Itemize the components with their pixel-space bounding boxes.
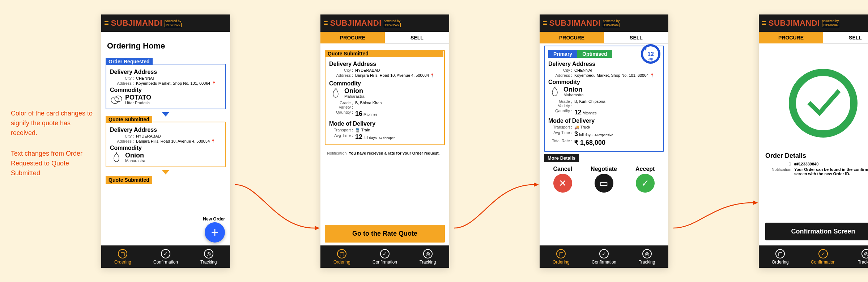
nav-ordering[interactable]: ▢Ordering [540, 245, 583, 268]
city-value: CHENNAI [136, 76, 221, 80]
map-pin-icon: 📍 [211, 139, 215, 143]
powered-by: powered byPIPEHAUL [384, 20, 401, 27]
app-topbar: ≡ SUBJIMANDI powered byPIPEHAUL [540, 14, 668, 32]
success-content: Order Details ID##123389840 Notification… [759, 43, 868, 218]
hamburger-icon[interactable]: ≡ [542, 18, 547, 28]
tab-sell[interactable]: SELL [385, 32, 449, 43]
check-icon: ✓ [161, 249, 170, 258]
commodity-heading: Commodity [110, 87, 221, 93]
top-tabs: PROCURE SELL [759, 32, 868, 43]
map-pin-icon: 📍 [430, 73, 434, 77]
chat-icon: ▭ [595, 174, 613, 193]
map-pin-icon: 📍 [212, 81, 216, 85]
nav-ordering[interactable]: ▢Ordering [320, 245, 363, 268]
check-icon: ✓ [599, 249, 609, 258]
order-card-submitted[interactable]: Quote Submitted Delivery Address City :H… [106, 122, 226, 167]
card-tag: Quote Submitted [325, 50, 443, 57]
map-pin-icon: 📍 [650, 73, 654, 77]
order-notification: Your Order can be found in the confirmat… [794, 167, 868, 176]
powered-by: powered byPIPEHAUL [822, 20, 839, 27]
card-tag-requested: Order Requested [106, 58, 153, 65]
card-tag-submitted: Quote Submitted [106, 116, 152, 123]
tab-procure[interactable]: PROCURE [320, 32, 385, 43]
nav-tracking[interactable]: ◎Tracking [187, 245, 230, 268]
nav-confirmation[interactable]: ✓Confirmation [363, 245, 407, 268]
nav-tracking[interactable]: ◎Tracking [625, 245, 668, 268]
screen-quote-submitted: ≡ SUBJIMANDI powered byPIPEHAUL PROCURE … [320, 14, 449, 268]
page-title: Ordering Home [107, 41, 224, 51]
confirmation-screen-button[interactable]: Confirmation Screen [765, 223, 868, 240]
brand-logo: SUBJIMANDI [330, 18, 382, 28]
nav-confirmation[interactable]: ✓Confirmation [583, 245, 626, 268]
total-rate-value: ₹ 1,68,000 [574, 139, 660, 147]
go-to-rate-quote-button[interactable]: Go to the Rate Quote [325, 225, 445, 243]
tab-sell[interactable]: SELL [823, 32, 868, 43]
ordering-icon: ▢ [775, 249, 785, 258]
check-icon: ✓ [818, 249, 828, 258]
screen-rate-quote: ≡ SUBJIMANDI powered byPIPEHAUL PROCURE … [540, 14, 668, 268]
top-tabs: PROCURE SELL [540, 32, 668, 43]
nav-tracking[interactable]: ◎Tracking [406, 245, 449, 268]
nav-tracking[interactable]: ◎Tracking [844, 245, 868, 268]
quote-detail-card: ₹ 12 /kg Primary Optimised Delivery Addr… [544, 46, 664, 152]
brand-logo: SUBJIMANDI [769, 18, 820, 28]
nav-ordering[interactable]: ▢Ordering [759, 245, 802, 268]
nav-ordering[interactable]: ▢Ordering [101, 245, 144, 268]
order-id-value: ##123389840 [794, 162, 868, 166]
powered-by: powered byPIPEHAUL [165, 20, 182, 27]
app-topbar: ≡ SUBJIMANDI powered byPIPEHAUL [101, 14, 230, 32]
order-card-requested[interactable]: Order Requested Delivery Address City :C… [106, 64, 226, 109]
app-topbar: ≡ SUBJIMANDI powered byPIPEHAUL [759, 14, 868, 32]
rate-badge: ₹ 12 /kg [641, 44, 660, 64]
annotation-text: Color of the card changes to signify the… [11, 109, 98, 189]
bottom-nav: ▢Ordering ✓Confirmation ◎Tracking [320, 245, 449, 268]
commodity-name: POTATO [125, 94, 151, 101]
bottom-nav: ▢Ordering ✓Confirmation ◎Tracking [540, 245, 668, 268]
location-icon: ◎ [204, 249, 213, 258]
tab-procure[interactable]: PROCURE [759, 32, 823, 43]
svg-point-1 [115, 96, 122, 102]
pill-primary[interactable]: Primary [548, 50, 577, 58]
top-tabs: PROCURE SELL [320, 32, 449, 43]
negotiate-action[interactable]: Negotiate▭ [591, 166, 617, 193]
app-topbar: ≡ SUBJIMANDI powered byPIPEHAUL [320, 14, 449, 32]
bottom-nav: ▢Ordering ✓Confirmation ◎Tracking [101, 245, 230, 268]
brand-logo: SUBJIMANDI [549, 18, 601, 28]
price-tag-icon: 🏷expensive [595, 133, 613, 137]
tab-sell[interactable]: SELL [604, 32, 668, 43]
brand-logo: SUBJIMANDI [111, 18, 162, 28]
cancel-action[interactable]: Cancel✕ [553, 166, 572, 193]
potato-icon [110, 94, 123, 105]
action-row: Cancel✕ Negotiate▭ Accept✓ [544, 166, 664, 193]
commodity-origin: Uttar Pradesh [125, 101, 151, 105]
onion-icon [329, 88, 342, 98]
more-details-button[interactable]: More Details [544, 154, 579, 162]
ordering-icon: ▢ [556, 249, 566, 258]
new-order-label: New Order [203, 216, 225, 222]
check-icon: ✓ [380, 249, 390, 258]
accept-action[interactable]: Accept✓ [635, 166, 655, 193]
nav-confirmation[interactable]: ✓Confirmation [802, 245, 845, 268]
address-value: Koyembedu Market, Shop No. 101, 60064 📍 [136, 81, 221, 85]
hamburger-icon[interactable]: ≡ [323, 18, 328, 28]
accept-icon: ✓ [636, 174, 655, 193]
powered-by: powered byPIPEHAUL [603, 20, 620, 27]
location-icon: ◎ [861, 249, 868, 258]
hamburger-icon[interactable]: ≡ [762, 18, 766, 28]
truck-icon: 🚚 [574, 125, 579, 129]
pill-optimised[interactable]: Optimised [577, 50, 612, 58]
quote-card: Quote Submitted Delivery Address City :H… [325, 50, 445, 145]
tab-procure[interactable]: PROCURE [540, 32, 604, 43]
success-check-icon [789, 69, 858, 138]
cancel-icon: ✕ [553, 174, 572, 193]
extra-quote-tag: Quote Submitted [106, 176, 152, 184]
annotation-para-1: Color of the card changes to signify the… [11, 109, 98, 138]
order-details-heading: Order Details [765, 152, 868, 160]
order-details: Order Details ID##123389840 Notification… [765, 152, 868, 177]
onion-icon [548, 86, 561, 97]
new-order-fab[interactable]: + [205, 222, 225, 243]
onion-icon [110, 152, 123, 163]
nav-confirmation[interactable]: ✓Confirmation [144, 245, 187, 268]
hamburger-icon[interactable]: ≡ [104, 18, 109, 28]
delivery-address-heading: Delivery Address [110, 69, 221, 75]
